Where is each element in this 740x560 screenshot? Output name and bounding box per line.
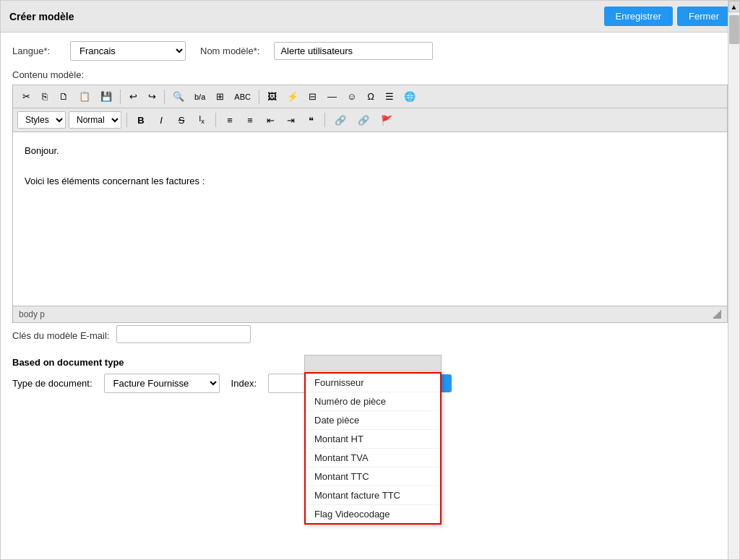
strikethrough-button[interactable]: S (173, 112, 190, 129)
header-buttons: Enregistrer Fermer (604, 7, 731, 26)
separator1 (120, 90, 121, 104)
bold-button[interactable]: B (132, 112, 150, 129)
langue-nom-row: Langue*: Francais Nom modèle*: (12, 41, 728, 61)
select-all-button[interactable]: ⊞ (211, 88, 228, 105)
statusbar-text: body p (19, 309, 45, 319)
separator6 (324, 113, 325, 127)
modal-body: Langue*: Francais Nom modèle*: Contenu m… (1, 33, 739, 402)
doc-type-label: Type de document: (12, 378, 92, 389)
editor-statusbar: body p (13, 306, 727, 322)
scroll-up-arrow[interactable]: ▲ (728, 1, 740, 12)
content-line1: Bonjour. (25, 144, 715, 159)
image-button[interactable]: 🖼 (263, 88, 281, 105)
separator5 (215, 113, 216, 127)
pagebreak-button[interactable]: ☰ (381, 88, 398, 105)
separator3 (259, 90, 259, 104)
dropdown-menu: Fournisseur Numéro de pièce Date pièce M… (304, 372, 442, 525)
unordered-list-button[interactable]: ≡ (241, 112, 259, 129)
remove-link-button[interactable]: 🔗 (353, 112, 374, 129)
indent-button[interactable]: ⇥ (282, 112, 299, 129)
link-web-button[interactable]: 🌐 (400, 88, 420, 105)
scrollbar[interactable]: ▲ (728, 1, 739, 559)
dropdown-item-montant-facture-ttc[interactable]: Montant facture TTC (306, 486, 440, 505)
dropdown-item-montant-ht[interactable]: Montant HT (306, 430, 440, 449)
toolbar-row1: ✂ ⎘ 🗋 📋 💾 ↩ ↪ 🔍 b/a ⊞ ABC 🖼 ⚡ ⊟ — ☺ Ω (13, 85, 727, 108)
separator2 (164, 90, 165, 104)
format-select[interactable]: Normal (69, 111, 121, 129)
outdent-button[interactable]: ⇤ (262, 112, 279, 129)
editor-content[interactable]: Bonjour. Voici les éléments concernant l… (13, 132, 727, 306)
nom-label: Nom modèle*: (200, 46, 259, 56)
toolbar-row2: Styles Normal B I S Ix ≡ ≡ ⇤ ⇥ ❝ 🔗 🔗 � (13, 108, 727, 132)
keys-row: Clés du modèle E-mail: (12, 323, 728, 345)
find-button[interactable]: 🔍 (168, 88, 189, 105)
italic-button[interactable]: I (152, 112, 170, 129)
keys-input[interactable] (116, 325, 251, 343)
undo-button[interactable]: ↩ (124, 88, 142, 105)
langue-select[interactable]: Francais (70, 41, 186, 61)
dropdown-top-bar (304, 355, 442, 372)
cut-button[interactable]: ✂ (17, 88, 35, 105)
spellcheck-button[interactable]: ABC (230, 90, 255, 104)
styles-select[interactable]: Styles (17, 111, 66, 129)
contenu-label: Contenu modèle: (12, 69, 728, 80)
flash-button[interactable]: ⚡ (283, 88, 303, 105)
replace-button[interactable]: b/a (190, 90, 210, 104)
dropdown-item-numero-piece[interactable]: Numéro de pièce (306, 392, 440, 411)
table-button[interactable]: ⊟ (304, 88, 322, 105)
save-draft-button[interactable]: 💾 (96, 88, 116, 105)
save-button[interactable]: Enregistrer (604, 7, 674, 26)
index-label: Index: (231, 378, 257, 389)
blockquote-button[interactable]: ❝ (302, 112, 319, 129)
nom-input[interactable] (274, 42, 433, 60)
subscript-button[interactable]: Ix (193, 111, 210, 128)
hr-button[interactable]: — (323, 88, 341, 105)
special-char-button[interactable]: Ω (362, 88, 379, 105)
dropdown-item-montant-tva[interactable]: Montant TVA (306, 449, 440, 468)
editor-container: ✂ ⎘ 🗋 📋 💾 ↩ ↪ 🔍 b/a ⊞ ABC 🖼 ⚡ ⊟ — ☺ Ω (12, 85, 728, 323)
modal-title: Créer modèle (9, 11, 74, 22)
smiley-button[interactable]: ☺ (343, 88, 361, 105)
resize-handle[interactable] (713, 310, 721, 319)
content-line2: Voici les éléments concernant les factur… (25, 174, 715, 189)
scroll-thumb[interactable] (729, 15, 739, 44)
create-model-modal: Créer modèle Enregistrer Fermer ▲ Langue… (0, 0, 740, 560)
paste-button[interactable]: 🗋 (55, 88, 73, 105)
insert-link-button[interactable]: 🔗 (330, 112, 350, 129)
dropdown-item-montant-ttc[interactable]: Montant TTC (306, 468, 440, 486)
langue-label: Langue*: (12, 46, 56, 56)
copy-button[interactable]: ⎘ (36, 88, 53, 105)
dropdown-overlay: Fournisseur Numéro de pièce Date pièce M… (304, 355, 442, 525)
ordered-list-button[interactable]: ≡ (221, 112, 238, 129)
dropdown-item-fournisseur[interactable]: Fournisseur (306, 374, 440, 392)
keys-label: Clés du modèle E-mail: (12, 330, 109, 341)
dropdown-item-date-piece[interactable]: Date pièce (306, 411, 440, 430)
redo-button[interactable]: ↪ (143, 88, 160, 105)
separator4 (126, 113, 127, 127)
paste-plain-button[interactable]: 📋 (74, 88, 95, 105)
close-button[interactable]: Fermer (677, 7, 731, 26)
doc-type-select[interactable]: Facture Fournisse (104, 374, 220, 393)
modal-header: Créer modèle Enregistrer Fermer (1, 1, 739, 33)
flag-button[interactable]: 🚩 (377, 112, 397, 129)
dropdown-item-flag-videocodage[interactable]: Flag Videocodage (306, 505, 440, 523)
